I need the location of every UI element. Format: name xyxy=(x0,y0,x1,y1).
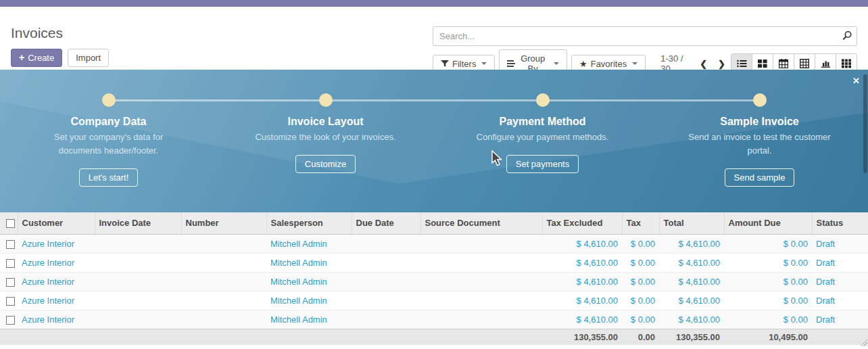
cell-amount-due[interactable]: $ 0.00 xyxy=(724,310,812,329)
cell-tax-excluded[interactable]: $ 4,610.00 xyxy=(542,234,622,253)
cell-salesperson[interactable]: Mitchell Admin xyxy=(266,310,352,329)
pager-previous-button[interactable] xyxy=(694,57,713,71)
cell-salesperson[interactable]: Mitchell Admin xyxy=(266,272,352,291)
search-icon[interactable] xyxy=(842,30,852,43)
vertical-scrollbar[interactable] xyxy=(863,74,867,173)
table-row[interactable]: Azure Interior Mitchell Admin $ 4,610.00… xyxy=(0,234,868,253)
cell-tax-excluded[interactable]: $ 4,610.00 xyxy=(542,310,622,329)
row-checkbox[interactable] xyxy=(6,297,15,306)
cell-due-date[interactable] xyxy=(352,310,420,329)
cell-salesperson[interactable]: Mitchell Admin xyxy=(266,253,352,272)
cell-customer[interactable]: Azure Interior xyxy=(18,310,95,329)
pager-next-button[interactable] xyxy=(713,57,731,71)
row-checkbox[interactable] xyxy=(6,316,15,325)
cell-tax-excluded[interactable]: $ 4,610.00 xyxy=(542,272,622,291)
cell-amount-due[interactable]: $ 0.00 xyxy=(724,234,812,253)
cell-invoice-date[interactable] xyxy=(95,234,181,253)
create-button[interactable]: Create xyxy=(11,49,62,67)
onboarding-step-invoice-layout: Invoice Layout Customize the look of you… xyxy=(217,70,434,212)
cell-source-document[interactable] xyxy=(420,272,542,291)
app-brand[interactable]: Invoicing xyxy=(26,0,79,7)
cell-due-date[interactable] xyxy=(352,234,420,253)
cell-tax[interactable]: $ 0.00 xyxy=(622,234,659,253)
column-header-customer[interactable]: Customer xyxy=(18,212,95,234)
close-icon[interactable] xyxy=(852,76,860,85)
nav-item-configuration[interactable]: Configuration xyxy=(284,0,336,7)
cell-invoice-date[interactable] xyxy=(95,291,181,310)
column-header-amount-due[interactable]: Amount Due xyxy=(724,212,812,234)
top-navbar: Invoicing Customers Vendors Reporting Co… xyxy=(0,0,868,7)
cell-customer[interactable]: Azure Interior xyxy=(18,291,95,310)
cell-tax[interactable]: $ 0.00 xyxy=(622,291,659,310)
nav-item-vendors[interactable]: Vendors xyxy=(168,0,200,7)
lets-start-button[interactable]: Let's start! xyxy=(79,168,139,187)
cell-source-document[interactable] xyxy=(420,253,542,272)
send-sample-button[interactable]: Send sample xyxy=(725,168,795,187)
cell-status[interactable]: Draft xyxy=(812,272,868,291)
cell-tax[interactable]: $ 0.00 xyxy=(622,253,659,272)
cell-customer[interactable]: Azure Interior xyxy=(18,253,95,272)
cell-number[interactable] xyxy=(181,234,266,253)
cell-invoice-date[interactable] xyxy=(95,272,181,291)
cell-status[interactable]: Draft xyxy=(812,253,868,272)
cell-invoice-date[interactable] xyxy=(95,310,181,329)
row-checkbox[interactable] xyxy=(6,240,15,249)
cell-status[interactable]: Draft xyxy=(812,310,868,329)
column-header-number[interactable]: Number xyxy=(181,212,266,234)
cell-total[interactable]: $ 4,610.00 xyxy=(659,310,724,329)
table-row[interactable]: Azure Interior Mitchell Admin $ 4,610.00… xyxy=(0,291,868,310)
column-header-source-document[interactable]: Source Document xyxy=(420,212,542,234)
cell-due-date[interactable] xyxy=(352,291,420,310)
column-header-status[interactable]: Status xyxy=(812,212,868,234)
cell-status[interactable]: Draft xyxy=(812,291,868,310)
step-description: Customize the look of your invoices. xyxy=(255,131,395,144)
cell-number[interactable] xyxy=(181,291,266,310)
set-payments-button[interactable]: Set payments xyxy=(506,155,579,173)
cell-total[interactable]: $ 4,610.00 xyxy=(659,253,724,272)
cell-total[interactable]: $ 4,610.00 xyxy=(659,291,724,310)
cell-customer[interactable]: Azure Interior xyxy=(18,272,95,291)
table-row[interactable]: Azure Interior Mitchell Admin $ 4,610.00… xyxy=(0,310,868,329)
table-row[interactable]: Azure Interior Mitchell Admin $ 4,610.00… xyxy=(0,272,868,291)
cell-due-date[interactable] xyxy=(352,253,420,272)
nav-item-reporting[interactable]: Reporting xyxy=(223,0,261,7)
cell-salesperson[interactable]: Mitchell Admin xyxy=(266,234,352,253)
onboarding-banner: Company Data Set your company's data for… xyxy=(0,70,868,212)
column-header-invoice-date[interactable]: Invoice Date xyxy=(95,212,181,234)
cell-tax-excluded[interactable]: $ 4,610.00 xyxy=(542,253,622,272)
row-checkbox[interactable] xyxy=(6,278,15,287)
table-row[interactable]: Azure Interior Mitchell Admin $ 4,610.00… xyxy=(0,253,868,272)
import-button[interactable]: Import xyxy=(68,49,109,67)
invoice-table: Customer Invoice Date Number Salesperson… xyxy=(0,212,868,345)
cell-salesperson[interactable]: Mitchell Admin xyxy=(266,291,352,310)
cell-tax-excluded[interactable]: $ 4,610.00 xyxy=(542,291,622,310)
customize-button[interactable]: Customize xyxy=(295,155,356,173)
cell-total[interactable]: $ 4,610.00 xyxy=(659,234,724,253)
step-description: Send an invoice to test the customer por… xyxy=(688,131,831,158)
cell-tax[interactable]: $ 0.00 xyxy=(622,310,659,329)
cell-invoice-date[interactable] xyxy=(95,253,181,272)
cell-total[interactable]: $ 4,610.00 xyxy=(659,272,724,291)
cell-source-document[interactable] xyxy=(420,310,542,329)
nav-item-customers[interactable]: Customers xyxy=(102,0,145,7)
cell-amount-due[interactable]: $ 0.00 xyxy=(724,272,812,291)
column-header-tax[interactable]: Tax xyxy=(622,212,659,234)
cell-number[interactable] xyxy=(181,272,266,291)
cell-number[interactable] xyxy=(181,253,266,272)
column-header-tax-excluded[interactable]: Tax Excluded xyxy=(542,212,622,234)
column-header-salesperson[interactable]: Salesperson xyxy=(266,212,352,234)
cell-customer[interactable]: Azure Interior xyxy=(18,234,95,253)
cell-amount-due[interactable]: $ 0.00 xyxy=(724,253,812,272)
column-header-due-date[interactable]: Due Date xyxy=(352,212,420,234)
cell-due-date[interactable] xyxy=(352,272,420,291)
row-checkbox[interactable] xyxy=(6,259,15,268)
column-header-total[interactable]: Total xyxy=(659,212,724,234)
cell-source-document[interactable] xyxy=(420,234,542,253)
cell-amount-due[interactable]: $ 0.00 xyxy=(724,291,812,310)
cell-number[interactable] xyxy=(181,310,266,329)
cell-source-document[interactable] xyxy=(420,291,542,310)
search-input[interactable] xyxy=(433,26,857,46)
cell-status[interactable]: Draft xyxy=(812,234,868,253)
select-all-checkbox[interactable] xyxy=(6,219,15,228)
cell-tax[interactable]: $ 0.00 xyxy=(622,272,659,291)
